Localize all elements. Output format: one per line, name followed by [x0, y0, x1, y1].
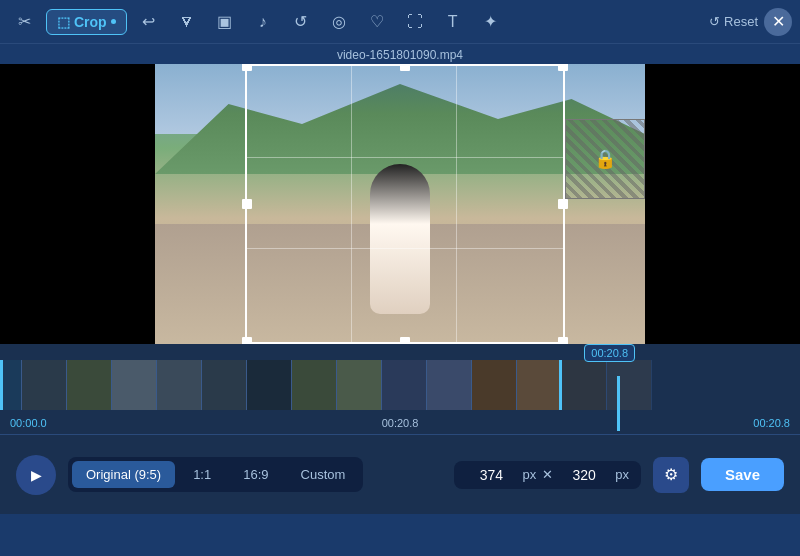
redo-icon[interactable]: ↺: [285, 6, 317, 38]
ratio-1-1[interactable]: 1:1: [179, 461, 225, 488]
expand-icon[interactable]: ⛶: [399, 6, 431, 38]
timeline-track[interactable]: [0, 360, 800, 415]
time-mid: 00:20.8: [382, 417, 419, 429]
thumb-8: [292, 360, 337, 410]
aspect-ratio-group: Original (9:5) 1:1 16:9 Custom: [68, 457, 363, 492]
thumb-4: [112, 360, 157, 410]
toolbar: ✂ ⬚ Crop ↩ ⛛ ▣ ♪ ↺ ◎ ♡ ⛶ T ✦ ↺ Reset ✕: [0, 0, 800, 44]
flip-icon[interactable]: ⛛: [171, 6, 203, 38]
thumb-1: [0, 360, 22, 410]
text-icon[interactable]: T: [437, 6, 469, 38]
reset-icon: ↺: [709, 14, 720, 29]
thumb-13: [517, 360, 562, 410]
settings-button[interactable]: ⚙: [653, 457, 689, 493]
undo-icon[interactable]: ↩: [133, 6, 165, 38]
save-label: Save: [725, 466, 760, 483]
thumb-6: [202, 360, 247, 410]
thumb-10: [382, 360, 427, 410]
video-black-left: [0, 64, 155, 344]
reset-button[interactable]: ↺ Reset: [709, 14, 758, 29]
thumb-7: [247, 360, 292, 410]
thumb-5: [157, 360, 202, 410]
width-px-label: px: [522, 467, 536, 482]
ratio-original[interactable]: Original (9:5): [72, 461, 175, 488]
timeline-area: 00:20.8 00:00.0 00:20.8 00:20.8: [0, 344, 800, 434]
overlay-icon[interactable]: ◎: [323, 6, 355, 38]
video-area: 🔒: [0, 64, 800, 344]
filename-text: video-1651801090.mp4: [337, 48, 463, 62]
video-content[interactable]: 🔒: [155, 64, 645, 344]
width-input[interactable]: 374: [466, 467, 516, 483]
thumb-2: [22, 360, 67, 410]
video-black-right: [645, 64, 800, 344]
time-start: 00:00.0: [10, 417, 47, 429]
gear-icon: ⚙: [664, 465, 678, 484]
play-button[interactable]: ▶: [16, 455, 56, 495]
filename-bar: video-1651801090.mp4: [0, 44, 800, 64]
crop-icon: ⬚: [57, 14, 70, 30]
playhead[interactable]: [617, 376, 620, 431]
ratio-16-9[interactable]: 16:9: [229, 461, 282, 488]
motion-icon[interactable]: ✦: [475, 6, 507, 38]
height-px-label: px: [615, 467, 629, 482]
thumb-11: [427, 360, 472, 410]
crop-active-dot: [111, 19, 116, 24]
sticker-icon[interactable]: ♡: [361, 6, 393, 38]
time-end: 00:20.8: [753, 417, 790, 429]
timeline-time-labels: 00:00.0 00:20.8 00:20.8: [0, 415, 800, 431]
px-input-area: 374 px ✕ 320 px: [454, 461, 640, 489]
save-button[interactable]: Save: [701, 458, 784, 491]
height-input[interactable]: 320: [559, 467, 609, 483]
thumb-12: [472, 360, 517, 410]
bottom-bar: ▶ Original (9:5) 1:1 16:9 Custom 374 px …: [0, 434, 800, 514]
thumb-9: [337, 360, 382, 410]
timeline-tooltip: 00:20.8: [584, 344, 635, 362]
sound-icon[interactable]: ♪: [247, 6, 279, 38]
scissors-icon[interactable]: ✂: [8, 6, 40, 38]
video-still: [155, 64, 645, 344]
crop-frame-icon[interactable]: ▣: [209, 6, 241, 38]
ratio-custom[interactable]: Custom: [287, 461, 360, 488]
thumb-15: [607, 360, 652, 410]
thumb-3: [67, 360, 112, 410]
reset-label: Reset: [724, 14, 758, 29]
thumb-14: [562, 360, 607, 410]
video-person: [370, 164, 430, 314]
close-icon: ✕: [772, 12, 785, 31]
timeline-thumbs: [0, 360, 652, 415]
play-icon: ▶: [31, 467, 42, 483]
dimension-cross: ✕: [542, 467, 553, 482]
close-button[interactable]: ✕: [764, 8, 792, 36]
lock-icon: 🔒: [594, 148, 616, 170]
crop-label: Crop: [74, 14, 107, 30]
locked-region: 🔒: [565, 119, 645, 199]
crop-button[interactable]: ⬚ Crop: [46, 9, 127, 35]
